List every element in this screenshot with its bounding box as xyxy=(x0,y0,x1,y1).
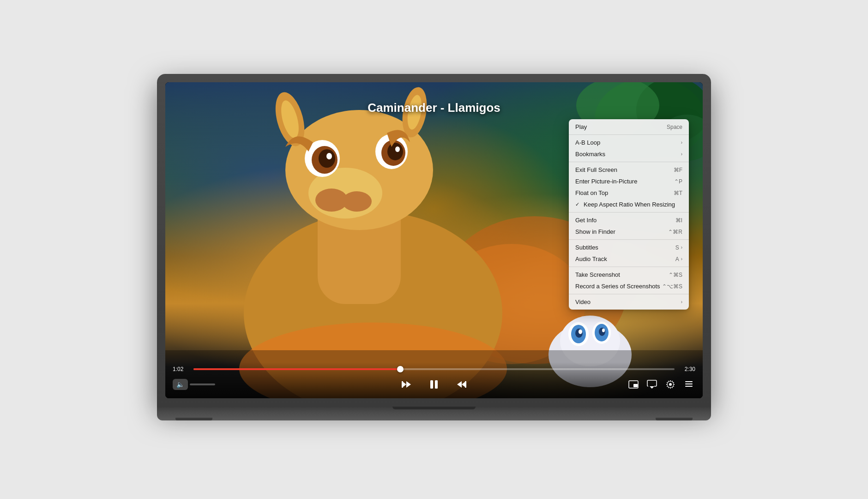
chevron-icon: › xyxy=(681,140,682,145)
svg-point-12 xyxy=(342,191,372,212)
menu-keep-aspect-label: Keep Aspect Ratio When Resizing xyxy=(584,201,675,208)
menu-show-in-finder-label: Show in Finder xyxy=(575,228,615,235)
video-title: Caminander - Llamigos xyxy=(368,101,500,115)
menu-show-in-finder-shortcut: ⌃⌘R xyxy=(668,229,682,235)
svg-point-15 xyxy=(319,149,335,168)
menu-item-float-on-top[interactable]: Float on Top ⌘T xyxy=(569,187,689,199)
svg-rect-40 xyxy=(430,380,433,389)
separator-1 xyxy=(569,134,689,135)
separator-5 xyxy=(569,267,689,267)
menu-subtitles-label: Subtitles xyxy=(575,244,598,251)
progress-thumb[interactable] xyxy=(397,366,404,372)
skip-back-button[interactable] xyxy=(398,376,415,393)
menu-pip-label: Enter Picture-in-Picture xyxy=(575,178,637,185)
menu-audio-track-label: Audio Track xyxy=(575,256,607,262)
menu-item-show-in-finder[interactable]: Show in Finder ⌃⌘R xyxy=(569,226,689,237)
screen-bezel: Caminander - Llamigos Play Space A-B Loo… xyxy=(165,82,703,398)
volume-control: 🔈 xyxy=(173,379,215,390)
menu-play-shortcut: Space xyxy=(667,124,682,130)
svg-point-48 xyxy=(669,383,672,386)
menu-ab-loop-label: A-B Loop xyxy=(575,139,600,146)
svg-rect-38 xyxy=(402,381,403,388)
total-time: 2:30 xyxy=(679,366,695,372)
skip-forward-icon xyxy=(457,379,467,389)
svg-point-31 xyxy=(579,329,582,334)
menu-get-info-shortcut: ⌘I xyxy=(675,217,682,224)
settings-button[interactable] xyxy=(664,378,677,391)
svg-rect-50 xyxy=(685,383,693,384)
menu-play-label: Play xyxy=(575,123,587,130)
menu-subtitles-shortcut: S xyxy=(675,244,679,251)
svg-point-16 xyxy=(326,153,332,159)
menu-item-take-screenshot[interactable]: Take Screenshot ⌃⌘S xyxy=(569,269,689,280)
volume-slider[interactable] xyxy=(190,383,215,385)
menu-audio-track-shortcut: A xyxy=(675,256,679,262)
menu-item-video[interactable]: Video › xyxy=(569,296,689,308)
playback-buttons xyxy=(398,376,470,393)
menu-item-bookmarks[interactable]: Bookmarks › xyxy=(569,148,689,160)
menu-item-keep-aspect[interactable]: ✓ Keep Aspect Ratio When Resizing xyxy=(569,199,689,210)
svg-marker-39 xyxy=(406,381,411,388)
menu-item-get-info[interactable]: Get Info ⌘I xyxy=(569,214,689,226)
menu-item-play[interactable]: Play Space xyxy=(569,121,689,133)
progress-bar-container: 1:02 2:30 xyxy=(173,366,695,372)
separator-3 xyxy=(569,212,689,213)
svg-point-35 xyxy=(602,329,605,332)
separator-2 xyxy=(569,162,689,162)
menu-video-label: Video xyxy=(575,298,591,305)
pip-button[interactable] xyxy=(627,378,640,391)
svg-rect-46 xyxy=(633,384,638,387)
airplay-button[interactable] xyxy=(645,378,658,391)
svg-rect-43 xyxy=(465,381,466,388)
menu-record-screenshots-label: Record a Series of Screenshots xyxy=(575,283,660,290)
pip-icon xyxy=(628,380,639,389)
menu-exit-fullscreen-label: Exit Full Screen xyxy=(575,166,617,173)
checkmark-icon: ✓ xyxy=(575,201,582,207)
laptop-base xyxy=(157,407,711,420)
laptop: Caminander - Llamigos Play Space A-B Loo… xyxy=(157,74,711,425)
gear-icon xyxy=(666,380,675,389)
chevron-icon: › xyxy=(681,299,682,304)
menu-item-exit-fullscreen[interactable]: Exit Full Screen ⌘F xyxy=(569,164,689,176)
svg-rect-51 xyxy=(685,386,693,387)
chevron-icon: › xyxy=(681,245,682,250)
laptop-foot-right xyxy=(656,418,693,420)
menu-float-label: Float on Top xyxy=(575,189,608,196)
current-time: 1:02 xyxy=(173,366,189,372)
menu-pip-shortcut: ⌃P xyxy=(674,178,682,185)
chapters-button[interactable] xyxy=(682,378,695,391)
context-menu: Play Space A-B Loop › Bookmarks › xyxy=(569,119,689,310)
menu-item-record-screenshots[interactable]: Record a Series of Screenshots ⌃⌥⌘S xyxy=(569,280,689,292)
skip-back-icon xyxy=(401,379,411,389)
svg-rect-41 xyxy=(435,380,438,389)
svg-point-19 xyxy=(387,143,403,160)
svg-point-20 xyxy=(395,146,400,152)
chevron-icon: › xyxy=(681,256,682,262)
pause-button[interactable] xyxy=(426,376,442,393)
menu-item-pip[interactable]: Enter Picture-in-Picture ⌃P xyxy=(569,176,689,187)
chapters-icon xyxy=(684,380,693,389)
volume-button[interactable]: 🔈 xyxy=(173,379,188,390)
chevron-icon: › xyxy=(681,152,682,157)
menu-item-audio-track[interactable]: Audio Track A › xyxy=(569,253,689,265)
progress-track[interactable] xyxy=(193,368,675,370)
svg-marker-44 xyxy=(457,381,462,388)
player-controls: 1:02 2:30 🔈 xyxy=(165,362,703,398)
menu-item-ab-loop[interactable]: A-B Loop › xyxy=(569,137,689,148)
airplay-icon xyxy=(647,380,657,389)
volume-icon: 🔈 xyxy=(176,381,184,388)
video-player[interactable]: Caminander - Llamigos Play Space A-B Loo… xyxy=(165,82,703,398)
controls-row: 🔈 xyxy=(173,376,695,393)
menu-take-screenshot-shortcut: ⌃⌘S xyxy=(669,272,682,278)
skip-forward-button[interactable] xyxy=(453,376,470,393)
menu-bookmarks-label: Bookmarks xyxy=(575,151,605,158)
laptop-foot-left xyxy=(175,418,212,420)
menu-item-subtitles[interactable]: Subtitles S › xyxy=(569,242,689,253)
menu-get-info-label: Get Info xyxy=(575,217,597,224)
menu-record-screenshots-shortcut: ⌃⌥⌘S xyxy=(662,283,682,290)
pause-icon xyxy=(428,378,440,390)
progress-fill xyxy=(193,368,400,370)
laptop-hinge xyxy=(392,407,476,409)
laptop-body: Caminander - Llamigos Play Space A-B Loo… xyxy=(157,74,711,407)
svg-marker-47 xyxy=(650,386,654,389)
